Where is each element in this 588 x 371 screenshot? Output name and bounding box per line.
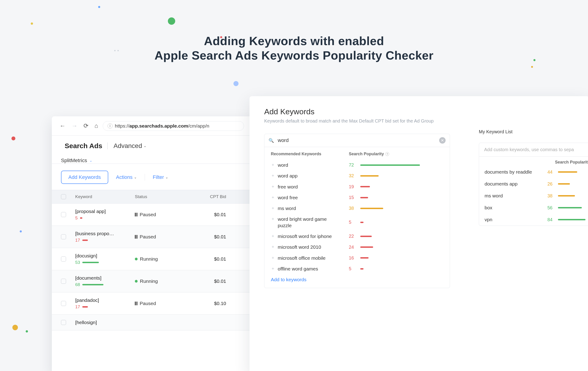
popularity-bar [360, 208, 383, 209]
popularity-bar [82, 240, 88, 241]
recommended-keyword[interactable]: microsoft word 2010 [278, 244, 321, 250]
popularity-score: 17 [75, 238, 80, 243]
custom-keywords-input[interactable]: Add custom keywords, use commas to sepa [479, 143, 588, 157]
clear-search-icon[interactable]: ✕ [439, 137, 446, 144]
popularity-bar [360, 175, 379, 177]
my-keyword[interactable]: documents app [484, 181, 547, 187]
add-to-keywords-link[interactable]: Add to keywords [271, 277, 306, 282]
popularity-score: 16 [349, 255, 360, 261]
nav-back-icon[interactable]: ← [58, 121, 67, 131]
recommended-keyword[interactable]: word [278, 162, 288, 168]
add-keyword-icon[interactable]: ＋ [271, 173, 275, 178]
select-all-checkbox[interactable] [61, 194, 66, 199]
col-search-popularity: Search Popularity ? [349, 152, 443, 156]
status-label: Paused [140, 234, 156, 240]
add-keyword-icon[interactable]: ＋ [271, 266, 275, 271]
chevron-down-icon: ⌄ [165, 175, 168, 179]
recommended-keyword[interactable]: free word [278, 184, 298, 190]
help-icon[interactable]: ? [385, 152, 389, 156]
site-info-icon[interactable]: i [107, 123, 113, 129]
recommended-keyword[interactable]: word free [278, 194, 298, 201]
recommended-keyword[interactable]: microsoft word for iphone [278, 233, 332, 239]
popularity-score: 32 [349, 173, 360, 178]
popularity-score: 53 [75, 260, 80, 265]
decorative-dot [26, 330, 28, 332]
status-cell: Running [135, 279, 181, 284]
popularity-bar [360, 164, 420, 166]
recommended-keyword-row: ＋ word bright word game puzzle 5 [271, 214, 443, 231]
popularity-bar [558, 195, 575, 197]
status-cell: Running [135, 256, 181, 262]
add-keyword-icon[interactable]: ＋ [271, 162, 275, 167]
panel-subtitle: Keywords default to broad match and the … [264, 118, 574, 124]
row-checkbox[interactable] [61, 212, 66, 217]
breadcrumb[interactable]: SplitMetrics ⌄ [61, 158, 243, 163]
add-keywords-button[interactable]: Add Keywords [61, 170, 108, 184]
row-checkbox[interactable] [61, 301, 66, 306]
popularity-score: 15 [349, 195, 360, 200]
row-checkbox[interactable] [61, 257, 66, 261]
row-checkbox[interactable] [61, 279, 66, 284]
recommended-keyword[interactable]: microsoft office mobile [278, 255, 326, 261]
keyword-name[interactable]: [documents] [75, 275, 135, 281]
status-label: Paused [140, 301, 156, 306]
add-keyword-icon[interactable]: ＋ [271, 244, 275, 249]
my-keyword[interactable]: ms word [484, 193, 547, 199]
page-title: Adding Keywords with enabled Apple Searc… [0, 34, 588, 63]
recommended-keyword[interactable]: offline word games [278, 266, 318, 272]
panel-title: Add Keywords [264, 107, 574, 116]
add-keyword-icon[interactable]: ＋ [271, 184, 275, 189]
add-keyword-icon[interactable]: ＋ [271, 194, 275, 200]
decorative-dot [11, 137, 15, 140]
address-bar[interactable]: i https://app.searchads.apple.com/cm/app… [103, 121, 244, 131]
my-keyword[interactable]: documents by readdle [484, 169, 547, 175]
my-keyword[interactable]: box [484, 205, 547, 211]
recommended-keyword[interactable]: ms word [278, 205, 296, 211]
popularity-bar [360, 257, 368, 259]
keyword-name[interactable]: [proposal app] [75, 209, 135, 214]
keyword-name[interactable]: [pandadoc] [75, 298, 135, 303]
popularity-bar [82, 306, 88, 308]
recommended-keyword-row: ＋ free word 19 [271, 181, 443, 192]
row-checkbox[interactable] [61, 234, 66, 239]
mode-dropdown[interactable]: Advanced⌄ [114, 142, 147, 150]
popularity-score: 38 [547, 193, 558, 199]
col-status: Status [135, 194, 181, 199]
add-keyword-icon[interactable]: ＋ [271, 205, 275, 211]
actions-dropdown[interactable]: Actions ⌄ [116, 174, 137, 180]
popularity-score: 22 [349, 234, 360, 239]
my-keyword-row: documents by readdle 44 [479, 166, 588, 178]
popularity-score: 68 [75, 282, 80, 287]
recommended-keyword[interactable]: word app [278, 173, 297, 179]
keyword-search-input[interactable] [277, 137, 436, 144]
keyword-name[interactable]: [hellosign] [75, 320, 135, 325]
filter-dropdown[interactable]: Filter ⌄ [153, 174, 168, 180]
popularity-score: 38 [349, 206, 360, 211]
nav-forward-icon[interactable]: → [70, 121, 79, 131]
recommended-keyword[interactable]: word bright word game puzzle [278, 216, 342, 229]
keyword-name[interactable]: [docusign] [75, 253, 135, 259]
popularity-bar [80, 217, 82, 219]
nav-reload-icon[interactable]: ⟳ [82, 121, 90, 131]
nav-home-icon[interactable]: ⌂ [93, 121, 100, 131]
my-keyword-row: documents app 26 [479, 178, 588, 190]
recommended-keyword-row: ＋ word 72 [271, 160, 443, 170]
popularity-bar [360, 222, 364, 223]
my-keyword[interactable]: vpn [484, 217, 547, 222]
keyword-name[interactable]: [business propo… [75, 231, 135, 236]
decorative-dot [98, 6, 100, 8]
col-recommended: Recommended Keywords [271, 152, 349, 156]
add-keyword-icon[interactable]: ＋ [271, 233, 275, 239]
table-row: [proposal app] 5 Paused $0.01 [52, 204, 253, 226]
recommended-keywords-card: 🔍 ✕ Recommended Keywords Search Populari… [264, 134, 450, 288]
add-keyword-icon[interactable]: ＋ [271, 255, 275, 261]
row-checkbox[interactable] [61, 320, 66, 325]
separator [145, 174, 145, 181]
my-keyword-row: ms word 38 [479, 190, 588, 202]
popularity-bar [360, 186, 370, 187]
add-keyword-icon[interactable]: ＋ [271, 216, 275, 221]
add-keywords-panel: Add Keywords Keywords default to broad m… [250, 96, 588, 371]
recommended-keyword-row: ＋ word app 32 [271, 170, 443, 181]
popularity-bar [558, 171, 577, 173]
chevron-down-icon: ⌄ [134, 175, 137, 179]
